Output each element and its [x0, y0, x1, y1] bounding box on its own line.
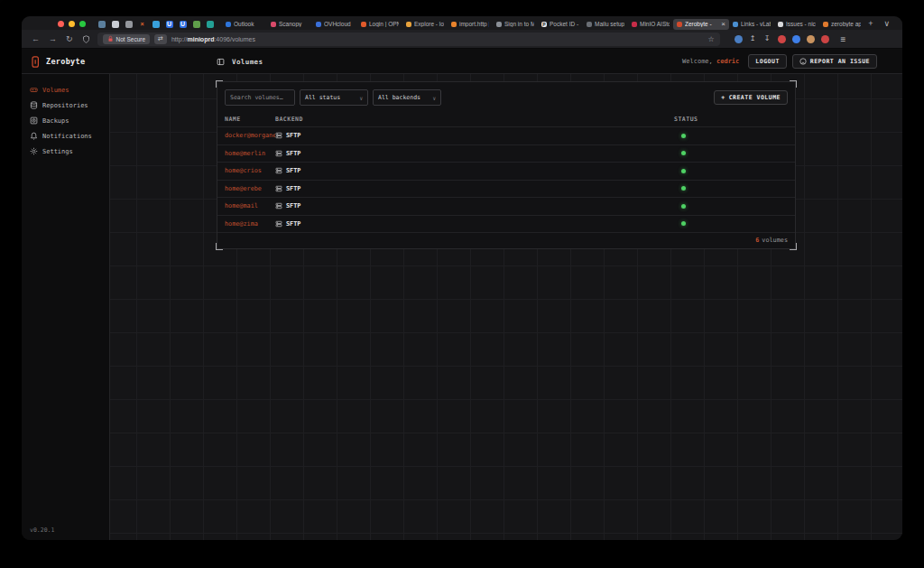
- tab-list-chevron-icon[interactable]: ∨: [878, 20, 895, 28]
- pinned-tab[interactable]: U: [162, 19, 176, 29]
- sidebar-item[interactable]: Volumes: [22, 82, 109, 98]
- tab-list: Outlook × Scanopy × OVHcloud × L: [222, 19, 863, 30]
- window-control-dot[interactable]: [58, 21, 64, 27]
- tab-title: OVHcloud: [324, 21, 354, 27]
- new-tab-button[interactable]: +: [863, 20, 878, 28]
- browser-navbar: ← → ↻ Not Secure ⇄ http://minioprd:4096/…: [22, 30, 902, 49]
- browser-tab[interactable]: P Pocket ID - S ×: [538, 19, 583, 30]
- extension-icon[interactable]: [735, 35, 743, 43]
- browser-tab[interactable]: Scanopy ×: [267, 19, 312, 30]
- pinned-tab[interactable]: [149, 19, 162, 29]
- tab-favicon: [226, 22, 231, 27]
- create-volume-button[interactable]: + CREATE VOLUME: [714, 90, 788, 105]
- browser-tab[interactable]: Sign in to Mai ×: [493, 19, 538, 30]
- browser-tab[interactable]: Mailu setup ×: [583, 19, 628, 30]
- brand[interactable]: Zerobyte: [22, 55, 110, 69]
- pinned-tab[interactable]: [108, 19, 122, 29]
- volume-name[interactable]: home@zima: [225, 220, 275, 228]
- sidebar-item[interactable]: Backups: [22, 113, 109, 128]
- extension-icon[interactable]: [807, 35, 815, 43]
- backend-filter-select[interactable]: All backends ∨: [373, 89, 441, 106]
- table-row[interactable]: home@erebe SFTP: [217, 180, 795, 198]
- extension-icon[interactable]: ↧: [763, 35, 772, 43]
- plus-icon: +: [721, 94, 725, 101]
- sidebar-item-icon: [30, 101, 38, 109]
- back-button[interactable]: ←: [30, 35, 42, 43]
- tab-title: Zerobyte -: [685, 21, 718, 27]
- table-row[interactable]: home@merlin SFTP: [217, 144, 795, 163]
- extension-icon[interactable]: ↥: [749, 35, 757, 43]
- tab-favicon: [496, 22, 502, 27]
- shield-icon[interactable]: [80, 35, 92, 43]
- pinned-tab[interactable]: [95, 19, 108, 29]
- main-content: All status ∨ All backends ∨ + CREATE VOL…: [110, 74, 902, 540]
- browser-tab[interactable]: Links - vLab K ×: [729, 19, 774, 30]
- status-online-dot: [681, 204, 686, 209]
- volume-name[interactable]: docker@morgane: [225, 132, 275, 139]
- extension-icon[interactable]: [821, 35, 829, 43]
- browser-tab[interactable]: Issues - nicot ×: [774, 19, 819, 30]
- sidebar-item[interactable]: Settings: [22, 144, 109, 159]
- table-row[interactable]: home@mail SFTP: [217, 197, 795, 215]
- forward-button[interactable]: →: [47, 35, 59, 43]
- volume-name[interactable]: home@crios: [225, 167, 275, 174]
- pinned-tab-favicon: [98, 21, 106, 28]
- browser-tab[interactable]: zerobyte apps ×: [819, 19, 863, 30]
- volume-name[interactable]: home@erebe: [225, 185, 275, 192]
- search-input[interactable]: [225, 89, 295, 106]
- extension-icon[interactable]: [792, 35, 800, 43]
- welcome-text: Welcome, cedric: [682, 58, 739, 65]
- sidebar-item[interactable]: Notifications: [22, 128, 109, 144]
- url-bar[interactable]: Not Secure ⇄ http://minioprd:4096/volume…: [97, 33, 720, 46]
- window-control-dot[interactable]: [69, 21, 75, 27]
- chevron-down-icon: ∨: [359, 95, 363, 101]
- tab-title: Issues - nicot: [786, 21, 816, 27]
- app-version: v0.20.1: [30, 526, 54, 534]
- browser-tab[interactable]: Zerobyte - ×: [673, 19, 729, 30]
- table-row[interactable]: home@crios SFTP: [217, 162, 795, 180]
- table-footer: 6 volumes: [217, 232, 795, 247]
- sidebar-item-label: Volumes: [42, 87, 69, 94]
- pinned-tab[interactable]: [122, 19, 135, 29]
- tab-title: Links - vLab K: [741, 21, 771, 27]
- tab-title: Outlook: [234, 21, 263, 27]
- sidebar: Volumes Repositories: [22, 74, 110, 540]
- volume-name[interactable]: home@mail: [225, 202, 275, 210]
- security-badge[interactable]: Not Secure: [103, 34, 151, 44]
- browser-tab[interactable]: OVHcloud ×: [312, 19, 357, 30]
- container-switch-icon[interactable]: ⇄: [154, 34, 167, 44]
- pinned-tab-favicon: U: [180, 21, 187, 28]
- tab-title: zerobyte apps: [831, 21, 861, 27]
- pinned-tab[interactable]: U: [176, 19, 189, 29]
- github-icon: [799, 58, 807, 65]
- browser-tab[interactable]: import.http | C ×: [448, 19, 493, 30]
- menu-icon[interactable]: ≡: [841, 34, 846, 44]
- tab-title: Mailu setup: [595, 21, 624, 27]
- browser-tab[interactable]: MinIO AIStor ×: [628, 19, 673, 30]
- pinned-tab[interactable]: [189, 19, 203, 29]
- table-row[interactable]: home@zima SFTP: [217, 215, 795, 233]
- tab-title: MinIO AIStor: [640, 21, 670, 27]
- pinned-tab[interactable]: ×: [135, 19, 149, 29]
- pinned-tab[interactable]: [203, 19, 217, 29]
- table-row[interactable]: docker@morgane SFTP: [217, 126, 795, 144]
- window-control-dot[interactable]: [79, 21, 86, 27]
- sidebar-item[interactable]: Repositories: [22, 98, 109, 113]
- browser-tab[interactable]: Outlook ×: [222, 19, 267, 30]
- bookmark-star-icon[interactable]: ☆: [707, 35, 714, 43]
- report-issue-button[interactable]: REPORT AN ISSUE: [792, 54, 877, 69]
- volume-status: [674, 204, 788, 209]
- volume-backend: SFTP: [275, 132, 674, 139]
- logout-button[interactable]: LOGOUT: [748, 54, 786, 69]
- tab-favicon: P: [541, 22, 547, 27]
- status-filter-select[interactable]: All status ∨: [300, 89, 368, 106]
- panel-corner-bracket: [216, 80, 223, 88]
- sidebar-item-icon: [30, 86, 38, 94]
- browser-tab[interactable]: Login | OPNse ×: [357, 19, 402, 30]
- close-tab-icon[interactable]: ×: [721, 21, 725, 28]
- extension-icon[interactable]: [778, 35, 786, 43]
- reload-button[interactable]: ↻: [64, 35, 75, 43]
- browser-tab[interactable]: Explore - loki ×: [402, 19, 448, 30]
- volume-name[interactable]: home@merlin: [225, 150, 275, 157]
- panel-corner-bracket: [216, 243, 223, 250]
